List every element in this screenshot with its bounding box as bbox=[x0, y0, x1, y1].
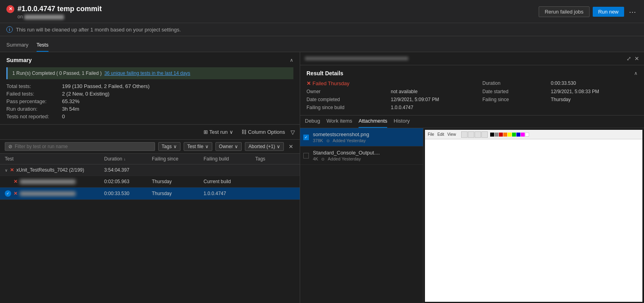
blurred-test-name bbox=[20, 180, 76, 184]
rerun-failed-jobs-button[interactable]: Rerun failed jobs bbox=[539, 6, 590, 17]
date-completed-value: 12/9/2021, 5:09:07 PM bbox=[391, 97, 478, 102]
tab-summary[interactable]: Summary bbox=[6, 39, 29, 52]
table-row[interactable]: ∨ ✕ xUnit_TestResults_7042 (2/199) 3:54:… bbox=[0, 164, 300, 176]
filter-icon[interactable]: ▽ bbox=[291, 129, 295, 135]
column-options-button[interactable]: ⛓ Column Options bbox=[239, 128, 287, 136]
fail-status-icon: ✕ bbox=[10, 167, 14, 173]
sub-tab-work-items[interactable]: Work items bbox=[326, 115, 352, 128]
toolbar-icon bbox=[461, 131, 467, 138]
panel-controls: ⤢ ✕ bbox=[627, 55, 639, 62]
attachment-meta: 4K ⊙ Added Yesterday bbox=[313, 156, 420, 161]
sub-tabs: Debug Work items Attachments History bbox=[300, 115, 644, 128]
sub-tab-debug[interactable]: Debug bbox=[305, 115, 320, 128]
attachment-item[interactable]: Standard_Console_Output.... 4K ⊙ Added Y… bbox=[300, 147, 423, 165]
attachment-item[interactable]: ✓ sometestscreenshot.png 378K ⊙ Added Ye… bbox=[300, 128, 423, 147]
table-icon: ⊞ bbox=[204, 129, 208, 135]
preview-toolbar-icons bbox=[461, 131, 488, 138]
info-bar: i This run will be cleaned up after 1 mo… bbox=[0, 23, 644, 36]
owner-label: Owner bbox=[306, 89, 386, 94]
tab-tests[interactable]: Tests bbox=[37, 39, 48, 52]
right-panel: ⤢ ✕ Result Details ∧ ✕ Failed Thursday D… bbox=[300, 52, 644, 303]
filter-input[interactable] bbox=[15, 144, 151, 149]
owner-dropdown[interactable]: Owner ∨ bbox=[215, 142, 242, 151]
swatch-red bbox=[499, 133, 503, 137]
main-content: Summary ∧ 1 Run(s) Completed ( 0 Passed,… bbox=[0, 52, 644, 303]
toolbar-icon bbox=[468, 131, 474, 138]
pass-pct-label: Pass percentage: bbox=[6, 98, 62, 104]
attachment-checkbox[interactable] bbox=[303, 153, 309, 158]
failed-tests-label: Failed tests: bbox=[6, 91, 62, 97]
sort-duration-icon: ↓ bbox=[124, 157, 126, 161]
summary-header: Summary ∧ bbox=[6, 57, 293, 63]
fail-status-icon: ✕ bbox=[14, 179, 17, 184]
selected-icon: ✓ bbox=[5, 190, 11, 197]
col-header-failing-build: Failing build bbox=[204, 156, 255, 162]
test-file-label: Test file bbox=[187, 144, 204, 149]
col-header-duration: Duration ↓ bbox=[104, 156, 152, 162]
duration-cell: 3:54:04.397 bbox=[104, 167, 152, 173]
result-status: ✕ Failed Thursday bbox=[306, 80, 386, 86]
filter-bar: ⊘ Tags ∨ Test file ∨ Owner ∨ Aborted (+1… bbox=[0, 140, 300, 154]
failed-tests-value: 2 (2 New, 0 Existing) bbox=[62, 91, 293, 97]
preview-toolbar: File Edit View bbox=[425, 130, 642, 139]
test-file-chevron-icon: ∨ bbox=[205, 144, 209, 149]
attachment-name: Standard_Console_Output.... bbox=[313, 150, 420, 156]
col-header-failing-since: Failing since bbox=[152, 156, 204, 162]
test-file-dropdown[interactable]: Test file ∨ bbox=[184, 142, 212, 151]
title-text: #1.0.0.4747 temp commit bbox=[17, 5, 102, 13]
blurred-test-name bbox=[20, 192, 76, 196]
close-panel-button[interactable]: ✕ bbox=[634, 55, 639, 62]
failing-since-cell: Thursday bbox=[152, 191, 204, 196]
close-icon[interactable]: ✕ bbox=[6, 5, 14, 13]
right-content: ✓ sometestscreenshot.png 378K ⊙ Added Ye… bbox=[300, 128, 644, 303]
preview-panel: File Edit View bbox=[423, 128, 644, 303]
tags-dropdown[interactable]: Tags ∨ bbox=[158, 142, 180, 151]
run-duration-value: 3h 54m bbox=[62, 106, 293, 112]
aborted-chevron-icon: ∨ bbox=[277, 144, 280, 149]
preview-body bbox=[425, 139, 642, 302]
test-name-cell: ∨ ✕ xUnit_TestResults_7042 (2/199) bbox=[5, 167, 104, 173]
test-name-cell: ✕ bbox=[5, 179, 104, 184]
duration-value: 0:00:33.530 bbox=[551, 80, 638, 86]
test-table: Test Duration ↓ Failing since Failing bu… bbox=[0, 154, 300, 303]
failing-tests-link[interactable]: 36 unique failing tests in the last 14 d… bbox=[104, 70, 190, 76]
preview-window: File Edit View bbox=[425, 130, 642, 302]
preview-menu-edit[interactable]: Edit bbox=[436, 132, 445, 137]
expand-icon[interactable]: ∨ bbox=[5, 168, 8, 172]
header-subtitle: on bbox=[17, 14, 102, 20]
column-options-label: Column Options bbox=[248, 129, 285, 135]
link-icon: ⛓ bbox=[241, 129, 246, 135]
table-row[interactable]: ✕ 0:02:05.963 Thursday Current build bbox=[0, 176, 300, 188]
test-run-label: Test run bbox=[209, 129, 228, 135]
clock-icon: ⊙ bbox=[326, 139, 330, 143]
sub-tab-attachments[interactable]: Attachments bbox=[359, 115, 387, 128]
fail-x-icon: ✕ bbox=[306, 80, 311, 86]
attachment-info: Standard_Console_Output.... 4K ⊙ Added Y… bbox=[313, 150, 420, 161]
result-details-collapse-button[interactable]: ∧ bbox=[634, 70, 638, 76]
summary-alert: 1 Run(s) Completed ( 0 Passed, 1 Failed … bbox=[6, 67, 293, 79]
preview-menu-view[interactable]: View bbox=[446, 132, 457, 137]
summary-grid: Total tests: 199 (130 Passed, 2 Failed, … bbox=[6, 83, 293, 119]
test-run-chevron-icon: ∨ bbox=[229, 129, 233, 135]
aborted-label: Aborted (+1) bbox=[248, 144, 275, 149]
date-started-label: Date started bbox=[483, 89, 546, 94]
expand-panel-button[interactable]: ⤢ bbox=[627, 55, 631, 62]
test-run-button[interactable]: ⊞ Test run ∨ bbox=[201, 128, 236, 136]
summary-collapse-button[interactable]: ∧ bbox=[290, 57, 293, 63]
sub-tab-history[interactable]: History bbox=[394, 115, 409, 128]
clear-filter-button[interactable]: ✕ bbox=[287, 143, 295, 150]
more-options-button[interactable]: ⋯ bbox=[627, 8, 638, 16]
aborted-dropdown[interactable]: Aborted (+1) ∨ bbox=[245, 142, 284, 151]
attachment-size: 378K bbox=[313, 138, 323, 143]
failing-build-cell: 1.0.0.4747 bbox=[204, 191, 255, 196]
table-row[interactable]: ✓ ✕ 0:00:33.530 Thursday 1.0.0.4747 bbox=[0, 188, 300, 200]
preview-menu-file[interactable]: File bbox=[427, 132, 435, 137]
summary-section: Summary ∧ 1 Run(s) Completed ( 0 Passed,… bbox=[0, 52, 300, 125]
attachment-checkbox[interactable]: ✓ bbox=[303, 135, 309, 140]
attachment-info: sometestscreenshot.png 378K ⊙ Added Yest… bbox=[313, 131, 420, 143]
run-new-button[interactable]: Run new bbox=[593, 7, 624, 17]
test-name-text: xUnit_TestResults_7042 (2/199) bbox=[16, 167, 84, 173]
total-tests-label: Total tests: bbox=[6, 83, 62, 89]
left-panel: Summary ∧ 1 Run(s) Completed ( 0 Passed,… bbox=[0, 52, 300, 303]
toolbar-icon bbox=[475, 131, 481, 138]
